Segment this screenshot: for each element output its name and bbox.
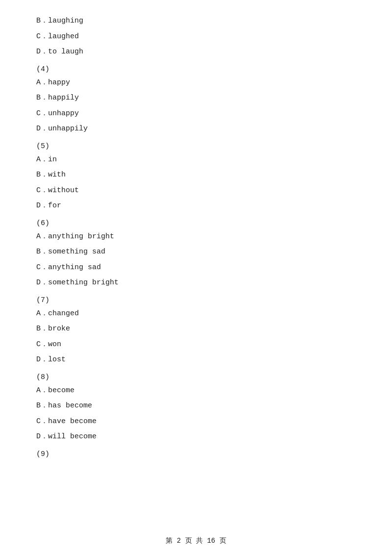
option-a: A．happy xyxy=(34,76,358,89)
option-a: A．in xyxy=(34,153,358,166)
question-group-5: (5) A．in B．with C．without D．for xyxy=(34,142,358,212)
preceding-options-group: B．laughing C．laughed D．to laugh xyxy=(34,15,358,58)
footer-text: 第 2 页 共 16 页 xyxy=(166,537,226,545)
option-a: A．become xyxy=(34,384,358,397)
question-group-9: (9) xyxy=(34,450,358,458)
option-b: B．something sad xyxy=(34,246,358,258)
option-d: D．for xyxy=(34,200,358,212)
option-b: B．with xyxy=(34,169,358,181)
question-group-7: (7) A．changed B．broke C．won D．lost xyxy=(34,296,358,366)
option-d: D．something bright xyxy=(34,277,358,289)
option-label: B．laughing xyxy=(36,17,83,25)
page-content: B．laughing C．laughed D．to laugh (4) A．ha… xyxy=(0,0,392,491)
option-line: D．to laugh xyxy=(34,46,358,58)
option-line: C．laughed xyxy=(34,30,358,43)
option-label: C．laughed xyxy=(36,32,79,41)
option-d: D．unhappily xyxy=(34,123,358,135)
option-d: D．lost xyxy=(34,353,358,366)
option-c: C．have become xyxy=(34,415,358,428)
option-b: B．has become xyxy=(34,400,358,412)
question-number-4: (4) xyxy=(34,65,358,74)
option-d: D．will become xyxy=(34,430,358,443)
page-footer: 第 2 页 共 16 页 xyxy=(0,536,392,545)
option-b: B．broke xyxy=(34,323,358,335)
question-number-5: (5) xyxy=(34,142,358,151)
question-number-6: (6) xyxy=(34,219,358,227)
option-c: C．won xyxy=(34,338,358,351)
option-line: B．laughing xyxy=(34,15,358,27)
option-c: C．unhappy xyxy=(34,107,358,120)
question-group-6: (6) A．anything bright B．something sad C．… xyxy=(34,219,358,289)
question-number-8: (8) xyxy=(34,373,358,381)
option-a: A．changed xyxy=(34,307,358,320)
question-group-8: (8) A．become B．has become C．have become … xyxy=(34,373,358,443)
option-label: D．to laugh xyxy=(36,48,83,56)
option-a: A．anything bright xyxy=(34,230,358,243)
option-c: C．without xyxy=(34,184,358,197)
option-c: C．anything sad xyxy=(34,261,358,274)
question-group-4: (4) A．happy B．happily C．unhappy D．unhapp… xyxy=(34,65,358,135)
question-number-9: (9) xyxy=(34,450,358,458)
question-number-7: (7) xyxy=(34,296,358,304)
option-b: B．happily xyxy=(34,92,358,104)
